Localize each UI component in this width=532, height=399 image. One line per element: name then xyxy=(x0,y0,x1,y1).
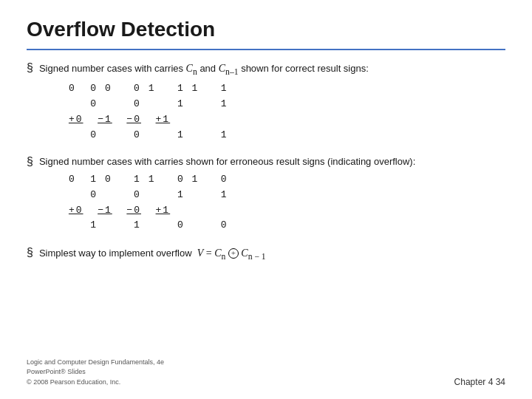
xor-icon: + xyxy=(228,248,239,259)
table-1: 0 0 0 0 1 1 1 1 0 0 1 1 +0 −1 −0 +1 0 0 … xyxy=(69,81,369,143)
bullet-text-1: Signed number cases with carries Cn and … xyxy=(39,61,369,146)
cn-formula: Cn xyxy=(186,63,197,74)
bullet-item-3: § Simplest way to implement overflow V =… xyxy=(27,245,505,263)
table-1-row-1: 0 0 1 1 xyxy=(69,97,369,112)
table-1-row-0: 0 0 0 0 1 1 1 1 xyxy=(69,81,369,97)
bullet-icon-3: § xyxy=(27,246,33,259)
bullet-text-3: Simplest way to implement overflow V = C… xyxy=(39,245,266,263)
bullet-text-2: Signed number cases with carries shown f… xyxy=(39,154,415,236)
bullet-2-text: Signed number cases with carries shown f… xyxy=(39,156,415,167)
footer-left: Logic and Computer Design Fundamentals, … xyxy=(27,358,164,388)
bullet-3-text: Simplest way to implement overflow V = C… xyxy=(39,248,266,259)
bullet-icon-1: § xyxy=(27,61,33,75)
table-1-row-3: 0 0 1 1 xyxy=(69,128,369,143)
table-2-row-2: +0 −1 −0 +1 xyxy=(69,203,415,219)
table-2-row-3: 1 1 0 0 xyxy=(69,218,415,233)
footer-right: Chapter 4 34 xyxy=(454,377,505,387)
bullet-item-2: § Signed number cases with carries shown… xyxy=(27,154,505,236)
cn1-formula: Cn–1 xyxy=(219,63,239,74)
table-2-row-1: 0 0 1 1 xyxy=(69,188,415,203)
table-1-row-2: +0 −1 −0 +1 xyxy=(69,112,369,128)
page-title: Overflow Detection xyxy=(27,18,505,41)
overflow-formula: V = Cn + Cn − 1 xyxy=(194,248,266,259)
slide-footer: Logic and Computer Design Fundamentals, … xyxy=(27,358,505,388)
footer-line1: Logic and Computer Design Fundamentals, … xyxy=(27,358,164,368)
bullet-item-1: § Signed number cases with carries Cn an… xyxy=(27,61,505,146)
bullet-1-text: Signed number cases with carries Cn and … xyxy=(39,63,369,74)
footer-line2: PowerPoint® Slides xyxy=(27,367,164,378)
table-2: 0 1 0 1 1 0 1 0 0 0 1 1 +0 −1 −0 +1 1 1 … xyxy=(69,172,415,233)
footer-line3: © 2008 Pearson Education, Inc. xyxy=(27,378,164,388)
table-2-row-0: 0 1 0 1 1 0 1 0 xyxy=(69,172,415,188)
slide: Overflow Detection § Signed number cases… xyxy=(0,0,532,399)
bullet-icon-2: § xyxy=(27,155,33,168)
title-divider xyxy=(27,49,505,50)
content-area: § Signed number cases with carries Cn an… xyxy=(27,61,505,263)
